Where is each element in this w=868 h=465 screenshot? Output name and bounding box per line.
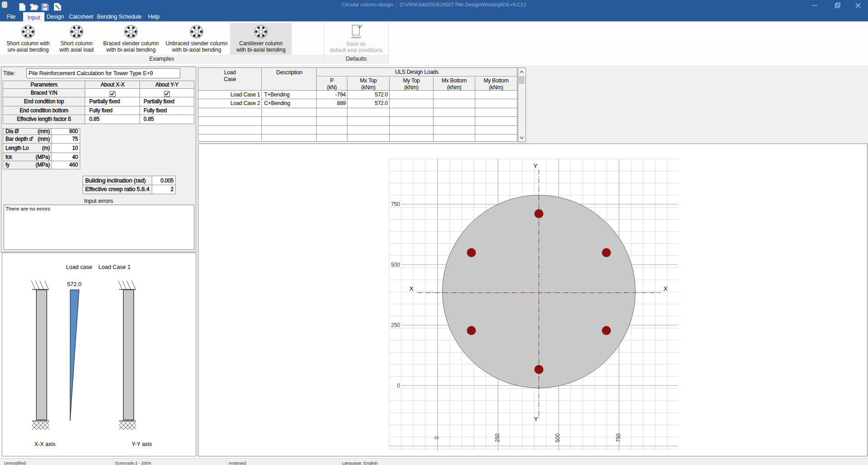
svg-text:572.0: 572.0 <box>67 281 81 288</box>
svg-text:750: 750 <box>391 201 400 207</box>
svg-text:Load case Load Case 1: Load case Load Case 1 <box>66 264 131 270</box>
svg-text:750: 750 <box>615 433 622 442</box>
svg-text:500: 500 <box>555 433 561 442</box>
svg-text:0: 0 <box>434 436 440 439</box>
svg-text:X-X axis: X-X axis <box>34 441 56 447</box>
svg-text:Y-Y axis: Y-Y axis <box>131 441 152 447</box>
svg-text:Y: Y <box>534 163 538 169</box>
svg-text:Y: Y <box>534 416 538 422</box>
svg-text:250: 250 <box>494 433 501 442</box>
svg-text:0: 0 <box>397 383 400 389</box>
svg-text:250: 250 <box>391 322 400 328</box>
svg-text:500: 500 <box>391 262 400 268</box>
svg-text:X: X <box>410 285 414 292</box>
svg-text:X: X <box>664 285 668 292</box>
